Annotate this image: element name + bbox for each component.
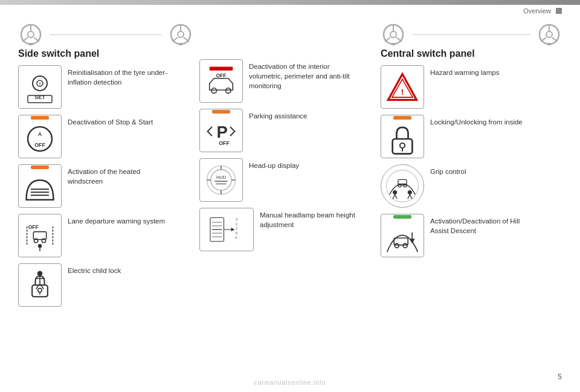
steering-wheel-icon-3: [381, 23, 406, 46]
svg-text:OFF: OFF: [28, 224, 39, 230]
svg-text:1: 1: [236, 227, 237, 230]
svg-text:2: 2: [236, 222, 237, 226]
item-hill-assist: Activation/Deactivation of Hill Assist D…: [381, 214, 562, 257]
icon-interior-monitoring: OFF: [199, 59, 243, 103]
right-steering-header: [381, 23, 562, 46]
svg-rect-24: [33, 232, 46, 240]
watermark: carmanualsonline.info: [254, 379, 326, 386]
svg-point-37: [38, 288, 42, 292]
right-panel-title: Central switch panel: [381, 48, 562, 59]
label-hazard: Hazard warning lamps: [430, 65, 499, 77]
svg-line-91: [395, 194, 398, 199]
svg-point-89: [393, 190, 397, 194]
svg-text:!: !: [401, 88, 404, 97]
orange-indicator: [31, 116, 49, 120]
svg-text:OFF: OFF: [219, 140, 230, 146]
svg-point-96: [395, 243, 399, 248]
svg-point-41: [211, 88, 217, 94]
label-stop-start: Deactivation of Stop & Start: [68, 115, 153, 127]
set-tyre-icon: SET !: [22, 69, 58, 105]
icon-heated-windscreen: [18, 164, 62, 208]
item-hazard: ! Hazard warning lamps: [381, 65, 562, 109]
head-up-svg: HUD: [203, 162, 239, 198]
svg-text:3: 3: [236, 217, 237, 221]
item-head-up: HUD Head-up display: [199, 158, 369, 202]
icon-child-lock: [18, 263, 62, 307]
middle-panel: OFF Deactivation of the interior volumet…: [193, 11, 369, 368]
item-stop-start: A OFF Deactivation of Stop & Start: [18, 115, 193, 158]
item-interior-monitoring: OFF Deactivation of the interior volumet…: [199, 59, 369, 103]
svg-rect-72: [392, 43, 395, 45]
header-bar: [0, 0, 580, 5]
svg-rect-78: [547, 43, 551, 45]
icon-reinitialisation: SET !: [18, 65, 62, 109]
label-headlamp: Manual headlamp beam height adjustment: [260, 208, 369, 230]
hill-assist-svg: [384, 220, 420, 256]
orange-indicator-3: [212, 110, 230, 114]
svg-point-32: [37, 271, 43, 276]
label-interior-monitoring: Deactivation of the interior volumetric,…: [249, 59, 358, 91]
svg-line-94: [410, 194, 412, 199]
svg-rect-5: [29, 43, 33, 45]
steering-wheel-icon-4: [536, 23, 562, 46]
svg-rect-39: [210, 66, 233, 70]
svg-text:P: P: [217, 123, 228, 141]
item-heated-windscreen: Activation of the heated windscreen: [18, 164, 193, 208]
svg-marker-99: [410, 239, 415, 243]
svg-point-92: [408, 190, 412, 194]
orange-indicator-4: [393, 116, 411, 120]
lock-svg: [384, 121, 420, 157]
label-lane-departure: Lane departure warning system: [68, 214, 165, 226]
svg-point-42: [226, 88, 231, 94]
svg-text:-1: -1: [234, 236, 237, 239]
item-lane-departure: OFF Lane departure warning system: [18, 214, 193, 257]
item-headlamp: 3 2 1 0 -1 Manual headlamp beam height a…: [199, 208, 369, 251]
parking-svg: P OFF: [203, 115, 239, 151]
item-locking: Locking/Unlocking from inside: [381, 115, 562, 158]
label-heated-windscreen: Activation of the heated windscreen: [68, 164, 176, 186]
svg-rect-82: [393, 139, 413, 154]
middle-spacer: [199, 11, 369, 59]
svg-line-90: [393, 194, 395, 199]
right-panel: Central switch panel ! Hazard warning la…: [369, 11, 562, 368]
icon-parking-assist: P OFF: [199, 109, 243, 152]
label-hill-assist: Activation/Deactivation of Hill Assist D…: [430, 214, 539, 236]
left-panel-title: Side switch panel: [18, 48, 193, 59]
icon-hazard: !: [381, 65, 424, 109]
label-parking-assist: Parking assistance: [249, 109, 308, 121]
windscreen-svg: [22, 170, 58, 207]
hazard-svg: !: [384, 69, 420, 105]
svg-point-1: [28, 31, 34, 37]
steering-wheel-icon-2: [168, 23, 193, 46]
stop-start-svg: A OFF: [22, 121, 58, 157]
left-panel: Side switch panel SET ! Reinitialisation…: [18, 11, 193, 368]
interior-monitoring-svg: OFF: [203, 63, 239, 99]
svg-text:HUD: HUD: [216, 175, 227, 180]
orange-indicator-2: [31, 165, 49, 169]
header-divider-left: [50, 34, 162, 35]
svg-line-93: [408, 194, 410, 199]
left-steering-header: [18, 23, 193, 46]
icon-hill-assist: [381, 214, 424, 257]
grip-svg: [384, 168, 420, 204]
svg-rect-11: [179, 43, 182, 45]
svg-marker-61: [231, 228, 235, 231]
svg-point-29: [38, 244, 42, 248]
main-content: Side switch panel SET ! Reinitialisation…: [18, 11, 562, 368]
svg-point-45: [207, 165, 235, 194]
icon-grip: [381, 164, 424, 208]
icon-headlamp: 3 2 1 0 -1: [199, 208, 254, 251]
label-grip: Grip control: [430, 164, 466, 176]
svg-point-46: [211, 170, 231, 190]
svg-text:!: !: [39, 81, 41, 86]
svg-text:OFF: OFF: [34, 142, 45, 148]
item-child-lock: Electric child lock: [18, 263, 193, 307]
svg-text:A: A: [38, 131, 42, 137]
child-lock-svg: [22, 267, 58, 303]
page-number: 5: [558, 373, 562, 381]
steering-wheel-icon-1: [18, 23, 44, 46]
icon-stop-start: A OFF: [18, 115, 62, 158]
header-divider-right: [412, 34, 530, 35]
svg-text:0: 0: [236, 231, 237, 235]
headlamp-svg: 3 2 1 0 -1: [208, 211, 245, 248]
